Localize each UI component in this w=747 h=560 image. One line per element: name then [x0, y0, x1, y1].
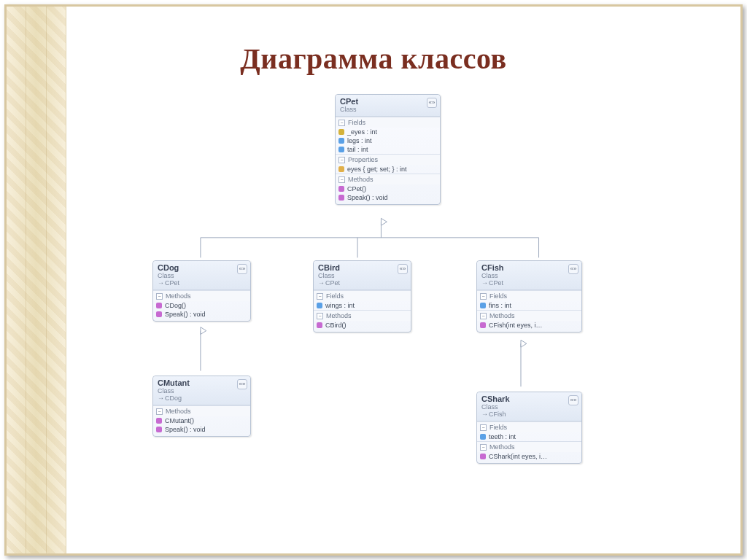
collapse-icon[interactable]: «»: [568, 264, 578, 274]
class-kind: Class: [318, 272, 406, 279]
section-methods: −Methods: [314, 310, 411, 321]
class-header: «» CPet Class: [336, 95, 440, 117]
class-base: →CDog: [158, 394, 246, 402]
method-item: CPet(): [336, 184, 440, 193]
section-fields: −Fields: [477, 421, 581, 432]
class-header: «» CBird Class →CPet: [314, 261, 411, 290]
class-cbird: «» CBird Class →CPet −Fields wings : int…: [313, 260, 411, 332]
class-kind: Class: [158, 387, 246, 394]
page-title: Диаграмма классов: [7, 42, 740, 76]
class-cshark: «» CShark Class →CFish −Fields teeth : i…: [476, 392, 582, 464]
slide-frame: Диаграмма классов: [4, 4, 743, 556]
field-item: fins : int: [477, 301, 581, 310]
class-name: CPet: [340, 97, 436, 106]
section-methods: −Methods: [477, 310, 581, 321]
class-cmutant: «» CMutant Class →CDog −Methods CMutant(…: [152, 376, 251, 437]
class-diagram: «» CPet Class −Fields _eyes : int legs :…: [116, 94, 682, 532]
field-item: legs : int: [336, 136, 440, 145]
class-header: «» CFish Class →CPet: [477, 261, 581, 290]
class-base: →CPet: [481, 279, 577, 287]
section-fields: −Fields: [314, 290, 411, 301]
class-kind: Class: [481, 272, 577, 279]
class-name: CBird: [318, 263, 406, 272]
property-item: eyes { get; set; } : int: [336, 165, 440, 174]
class-kind: Class: [340, 106, 436, 113]
method-item: CDog(): [153, 301, 250, 310]
class-name: CMutant: [158, 378, 246, 387]
class-cdog: «» CDog Class →CPet −Methods CDog() Spea…: [152, 260, 251, 322]
method-item: Speak() : void: [153, 310, 250, 319]
method-item: CBird(): [314, 321, 411, 330]
section-fields: −Fields: [336, 117, 440, 128]
field-item: tail : int: [336, 145, 440, 154]
class-base: →CPet: [318, 279, 406, 287]
collapse-icon[interactable]: «»: [427, 98, 437, 108]
section-properties: −Properties: [336, 154, 440, 165]
class-header: «» CMutant Class →CDog: [153, 376, 250, 405]
method-item: CFish(int eyes, i…: [477, 321, 581, 330]
class-base: →CPet: [158, 279, 246, 287]
section-methods: −Methods: [477, 441, 581, 452]
field-item: teeth : int: [477, 432, 581, 441]
method-item: CMutant(): [153, 416, 250, 425]
method-item: Speak() : void: [336, 193, 440, 202]
side-decor: [7, 7, 66, 553]
class-kind: Class: [158, 272, 246, 279]
field-item: _eyes : int: [336, 128, 440, 136]
section-fields: −Fields: [477, 290, 581, 301]
field-item: wings : int: [314, 301, 411, 310]
section-methods: −Methods: [336, 174, 440, 184]
class-cfish: «» CFish Class →CPet −Fields fins : int …: [476, 260, 582, 332]
section-methods: −Methods: [153, 290, 250, 301]
class-cpet: «» CPet Class −Fields _eyes : int legs :…: [335, 94, 441, 205]
method-item: CShark(int eyes, i…: [477, 452, 581, 461]
section-methods: −Methods: [153, 405, 250, 416]
collapse-icon[interactable]: «»: [398, 264, 408, 274]
collapse-icon[interactable]: «»: [568, 395, 578, 405]
class-name: CFish: [481, 263, 577, 272]
method-item: Speak() : void: [153, 425, 250, 434]
class-header: «» CDog Class →CPet: [153, 261, 250, 290]
class-header: «» CShark Class →CFish: [477, 392, 581, 421]
class-base: →CFish: [481, 411, 577, 418]
class-name: CDog: [158, 263, 246, 272]
class-kind: Class: [481, 403, 577, 411]
class-name: CShark: [481, 394, 577, 403]
collapse-icon[interactable]: «»: [237, 379, 247, 389]
collapse-icon[interactable]: «»: [237, 264, 247, 274]
